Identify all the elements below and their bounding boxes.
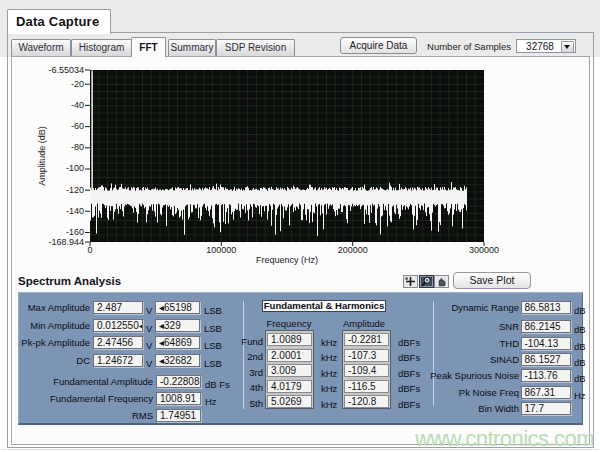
metric-unit-label: dB bbox=[574, 356, 586, 369]
fundamental-value: 1.74951 bbox=[156, 409, 201, 422]
tab-waveform[interactable]: Waveform bbox=[11, 39, 71, 56]
x-tick-label: 100000 bbox=[191, 245, 251, 255]
x-tick-label: 0 bbox=[60, 245, 120, 255]
harmonic-row-name: 5th bbox=[223, 397, 263, 410]
cursor-tool-icon[interactable] bbox=[403, 275, 418, 288]
dropdown-arrow-button[interactable] bbox=[561, 41, 574, 53]
tab-fft[interactable]: FFT bbox=[131, 37, 166, 57]
metric-row-label: SINAD bbox=[369, 353, 519, 366]
tab-summary[interactable]: Summary bbox=[168, 39, 216, 56]
amplitude-lsb-value: ◂329 bbox=[155, 319, 200, 332]
amplitude-row-label: Pk-pk Amplitude bbox=[19, 336, 90, 349]
harmonic-row-name: 4th bbox=[223, 381, 263, 394]
harmonic-frequency-value: 3.009 bbox=[267, 364, 312, 377]
harmonic-frequency-value: 5.0269 bbox=[267, 395, 312, 408]
amplitude-row-label: Max Amplitude bbox=[19, 301, 90, 314]
lsb-unit-label: LSB bbox=[204, 322, 222, 335]
khz-unit-label: kHz bbox=[321, 382, 337, 395]
metric-value: 86.5813 bbox=[521, 301, 571, 314]
fundamental-unit-label: Hz bbox=[205, 395, 217, 408]
metric-unit-label: dB bbox=[574, 304, 586, 317]
metric-row-label: Dynamic Range bbox=[369, 301, 519, 314]
amplitude-row-label: Min Amplitude bbox=[19, 319, 90, 332]
lsb-unit-label: LSB bbox=[204, 357, 222, 370]
khz-unit-label: kHz bbox=[321, 367, 337, 380]
number-of-samples-label: Number of Samples bbox=[426, 41, 511, 52]
khz-unit-label: kHz bbox=[321, 336, 337, 349]
x-tick-label: 300000 bbox=[454, 245, 514, 255]
amplitude-lsb-value: ◂64869 bbox=[155, 336, 200, 349]
chevron-down-icon bbox=[564, 45, 570, 49]
metric-unit-label: dB bbox=[574, 323, 586, 336]
harmonic-frequency-value: 1.0089 bbox=[267, 333, 312, 346]
x-tick-label: 200000 bbox=[323, 245, 383, 255]
samples-dropdown-value: 32768 bbox=[517, 41, 563, 52]
x-axis-title: Frequency (Hz) bbox=[212, 255, 362, 265]
tab-data-capture-label: Data Capture bbox=[8, 10, 110, 29]
metric-row-label: Bin Width bbox=[369, 402, 519, 415]
volts-unit-label: V bbox=[146, 357, 152, 370]
khz-unit-label: kHz bbox=[321, 351, 337, 364]
spectrum-analysis-title: Spectrum Analysis bbox=[18, 275, 121, 287]
watermark: www.cntronics.com bbox=[415, 426, 597, 452]
y-tick-label: -40 bbox=[42, 100, 84, 110]
amplitude-row-label: DC bbox=[19, 354, 90, 367]
amplitude-volts-value: 0.012550◂ bbox=[93, 319, 143, 332]
zoom-tool-icon[interactable] bbox=[419, 275, 434, 288]
y-axis-title: Amplitude (dB) bbox=[37, 116, 49, 196]
metric-row-label: THD bbox=[369, 337, 519, 350]
pan-tool-icon[interactable] bbox=[434, 275, 449, 288]
metric-value: 86.2145 bbox=[521, 320, 571, 333]
metric-value: -104.13 bbox=[521, 337, 571, 350]
fundamental-row-label: Fundamental Amplitude bbox=[19, 375, 153, 388]
fundamental-value: 1008.91 bbox=[156, 392, 201, 405]
tab-data-capture[interactable]: Data Capture bbox=[7, 9, 111, 34]
volts-unit-label: V bbox=[146, 322, 152, 335]
metric-value: 867.31 bbox=[521, 386, 571, 399]
amplitude-lsb-value: ◂65198 bbox=[155, 301, 200, 314]
fundamental-row-label: RMS bbox=[19, 409, 153, 422]
amplitude-volts-value: 1.24672 bbox=[93, 354, 143, 367]
samples-dropdown[interactable]: 32768 bbox=[516, 39, 576, 53]
harmonic-row-name: Fund bbox=[223, 335, 263, 348]
amplitude-volts-value: 2.47456 bbox=[93, 336, 143, 349]
app-window: Data Capture Acquire Data Number of Samp… bbox=[0, 0, 600, 452]
frequency-column-header: Frequency bbox=[259, 318, 319, 329]
fft-plot[interactable] bbox=[84, 68, 490, 253]
volts-unit-label: V bbox=[146, 339, 152, 352]
fundamental-row-label: Fundamental Frequency bbox=[19, 392, 153, 405]
metric-unit-label: dB bbox=[574, 372, 586, 385]
metric-unit-label: dB bbox=[574, 340, 586, 353]
harmonic-row-name: 2nd bbox=[223, 350, 263, 363]
volts-unit-label: V bbox=[146, 304, 152, 317]
metric-value: 86.1527 bbox=[521, 353, 571, 366]
amplitude-lsb-value: ◂32682 bbox=[155, 354, 200, 367]
acquire-data-button[interactable]: Acquire Data bbox=[340, 37, 417, 54]
metric-unit-label: Hz bbox=[574, 389, 586, 402]
tab-histogram[interactable]: Histogram bbox=[71, 39, 132, 56]
metric-row-label: Peak Spurious Noise bbox=[369, 369, 519, 382]
harmonics-title: Fundamental & Harmonics bbox=[262, 300, 386, 312]
metric-row-label: Pk Noise Freq bbox=[369, 386, 519, 399]
metric-row-label: SNR bbox=[369, 320, 519, 333]
fundamental-value: -0.22808 bbox=[156, 375, 201, 388]
frequency-field-group: 1.00892.00013.0094.01795.0269 bbox=[265, 330, 314, 409]
harmonic-frequency-value: 2.0001 bbox=[267, 349, 312, 362]
save-plot-button[interactable]: Save Plot bbox=[453, 272, 531, 289]
lsb-unit-label: LSB bbox=[204, 304, 222, 317]
y-tick-label: -6.55034 bbox=[42, 65, 84, 75]
spectrum-analysis-panel: Max Amplitude2.487V◂65198LSBMin Amplitud… bbox=[18, 292, 583, 425]
metric-value: -113.76 bbox=[521, 369, 571, 382]
amplitude-volts-value: 2.487 bbox=[93, 301, 143, 314]
metric-value: 17.7 bbox=[521, 402, 571, 415]
y-tick-label: -20 bbox=[42, 79, 84, 89]
tab-sdp-revision[interactable]: SDP Revision bbox=[216, 39, 295, 56]
khz-unit-label: kHz bbox=[321, 398, 337, 411]
lsb-unit-label: LSB bbox=[204, 339, 222, 352]
harmonic-frequency-value: 4.0179 bbox=[267, 380, 312, 393]
y-tick-label: -140 bbox=[42, 206, 84, 216]
harmonic-row-name: 3rd bbox=[223, 366, 263, 379]
